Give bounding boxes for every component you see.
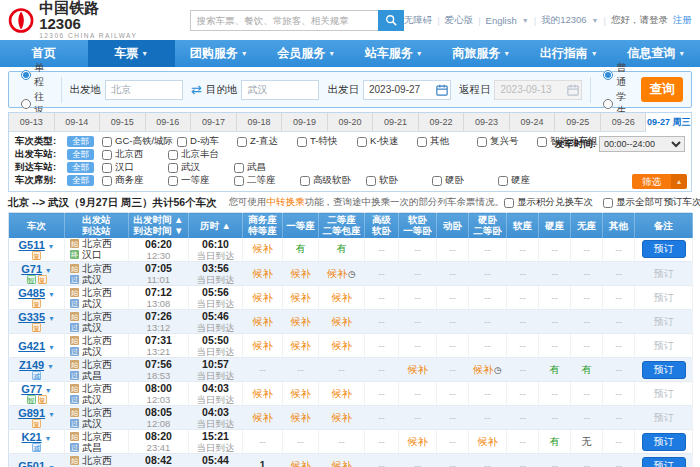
column-header[interactable]: 硬座	[539, 213, 571, 238]
column-header[interactable]: 商务座特等座	[243, 213, 283, 238]
filter-checkbox[interactable]	[168, 163, 178, 173]
expand-arrow-icon[interactable]: ▼	[48, 411, 55, 418]
book-button[interactable]: 预订	[642, 457, 686, 467]
expand-arrow-icon[interactable]: ▼	[48, 464, 55, 467]
train-no-link[interactable]: K21	[22, 431, 42, 443]
train-no-link[interactable]: G891	[18, 407, 45, 419]
top-link[interactable]: English	[486, 15, 517, 26]
filter-checkbox[interactable]	[102, 163, 112, 173]
sift-button[interactable]: 筛选 ▲	[632, 174, 687, 189]
filter-all-button[interactable]: 全部	[67, 149, 94, 160]
query-button[interactable]: 查询	[641, 77, 683, 102]
train-no-link[interactable]: G421	[18, 340, 45, 352]
expand-arrow-icon[interactable]: ▼	[45, 435, 52, 442]
nav-item-商旅服务[interactable]: 商旅服务▼	[438, 40, 526, 67]
filter-option[interactable]: 其他	[417, 135, 473, 148]
filter-option[interactable]: 复兴号	[477, 135, 533, 148]
filter-option[interactable]: 二等座	[234, 174, 296, 187]
date-tab[interactable]: 09-19	[282, 113, 328, 131]
swap-cities-icon[interactable]: ⇄	[191, 82, 202, 97]
type-normal-radio[interactable]	[603, 70, 613, 80]
book-button[interactable]: 预订	[642, 240, 686, 258]
filter-option[interactable]: 武汉	[168, 161, 230, 174]
filter-all-button[interactable]: 全部	[67, 136, 94, 147]
top-link[interactable]: 无障碍	[404, 14, 433, 27]
filter-option[interactable]: 一等座	[168, 174, 230, 187]
nav-item-团购服务[interactable]: 团购服务▼	[175, 40, 263, 67]
top-link[interactable]: 我的12306	[541, 14, 586, 27]
date-tab[interactable]: 09-24	[510, 113, 556, 131]
train-no-link[interactable]: Z149	[19, 359, 44, 371]
date-tab-active[interactable]: 09-27 周三	[646, 113, 691, 132]
filter-option[interactable]: 软卧	[366, 174, 428, 187]
book-button[interactable]: 预订	[642, 433, 686, 451]
filter-checkbox[interactable]	[537, 137, 547, 147]
filter-checkbox[interactable]	[177, 137, 187, 147]
column-header[interactable]: 无座	[571, 213, 603, 238]
filter-checkbox[interactable]	[237, 137, 247, 147]
column-header[interactable]: 软卧一等卧	[399, 213, 437, 238]
book-button[interactable]: 预订	[642, 361, 686, 379]
nav-item-会员服务[interactable]: 会员服务▼	[263, 40, 351, 67]
expand-arrow-icon[interactable]: ▼	[48, 344, 55, 351]
search-input[interactable]	[190, 10, 378, 31]
train-no-link[interactable]: G511	[18, 239, 44, 251]
train-no-link[interactable]: G335	[18, 311, 45, 323]
filter-option[interactable]: 北京西	[102, 148, 164, 161]
date-tab[interactable]: 09-25	[555, 113, 601, 131]
filter-checkbox[interactable]	[498, 176, 508, 186]
filter-checkbox[interactable]	[234, 163, 244, 173]
filter-all-button[interactable]: 全部	[67, 162, 94, 173]
expand-arrow-icon[interactable]: ▼	[45, 267, 52, 274]
date-tab[interactable]: 09-14	[55, 113, 101, 131]
train-no-link[interactable]: G501	[18, 460, 45, 467]
column-header[interactable]: 备注	[635, 213, 693, 238]
trip-oneway-radio[interactable]	[21, 70, 31, 80]
filter-checkbox[interactable]	[102, 176, 112, 186]
filter-checkbox[interactable]	[168, 150, 178, 160]
filter-checkbox[interactable]	[432, 176, 442, 186]
logo[interactable]: 中国铁路12306 12306 CHINA RAILWAY	[8, 0, 138, 40]
column-header[interactable]: 硬卧二等卧	[469, 213, 507, 238]
date-tab[interactable]: 09-16	[146, 113, 192, 131]
expand-arrow-icon[interactable]: ▼	[48, 291, 55, 298]
train-no-link[interactable]: G485	[18, 287, 45, 299]
trip-oneway-option[interactable]: 单程	[21, 61, 45, 89]
show-points-option[interactable]: 显示积分兑换车次	[504, 196, 593, 209]
date-tab[interactable]: 09-13	[9, 113, 55, 131]
filter-checkbox[interactable]	[102, 137, 112, 147]
filter-checkbox[interactable]	[357, 137, 367, 147]
type-student-radio[interactable]	[603, 99, 613, 109]
filter-checkbox[interactable]	[297, 137, 307, 147]
filter-option[interactable]: 武昌	[234, 161, 296, 174]
transfer-link[interactable]: 中转换乘	[267, 196, 305, 207]
filter-all-button[interactable]: 全部	[67, 175, 94, 186]
expand-arrow-icon[interactable]: ▼	[47, 363, 54, 370]
from-city-input[interactable]	[105, 80, 183, 100]
column-header[interactable]: 其他	[603, 213, 635, 238]
search-button[interactable]	[378, 10, 404, 31]
filter-option[interactable]: K-快速	[357, 135, 413, 148]
filter-option[interactable]: 商务座	[102, 174, 164, 187]
column-header[interactable]: 高级软卧	[365, 213, 399, 238]
filter-option[interactable]: 北京丰台	[168, 148, 230, 161]
nav-item-站车服务[interactable]: 站车服务▼	[350, 40, 438, 67]
filter-option[interactable]: 硬座	[498, 174, 560, 187]
date-tab[interactable]: 09-18	[237, 113, 283, 131]
to-city-input[interactable]	[241, 80, 319, 100]
filter-checkbox[interactable]	[366, 176, 376, 186]
column-header[interactable]: 历时 ▲	[189, 213, 243, 238]
depart-time-select[interactable]: 00:00--24:00	[599, 136, 685, 152]
expand-arrow-icon[interactable]: ▼	[45, 387, 52, 394]
filter-option[interactable]: 汉口	[102, 161, 164, 174]
filter-option[interactable]: T-特快	[297, 135, 353, 148]
trip-round-radio[interactable]	[21, 99, 31, 109]
nav-item-车票[interactable]: 车票▼	[88, 40, 176, 67]
expand-arrow-icon[interactable]: ▼	[48, 243, 55, 250]
filter-checkbox[interactable]	[168, 176, 178, 186]
register-link[interactable]: 注册	[673, 14, 692, 27]
column-header[interactable]: 动卧	[437, 213, 469, 238]
train-no-link[interactable]: G77	[21, 383, 42, 395]
column-header[interactable]: 出发站到达站	[65, 213, 129, 238]
show-points-checkbox[interactable]	[504, 198, 514, 208]
